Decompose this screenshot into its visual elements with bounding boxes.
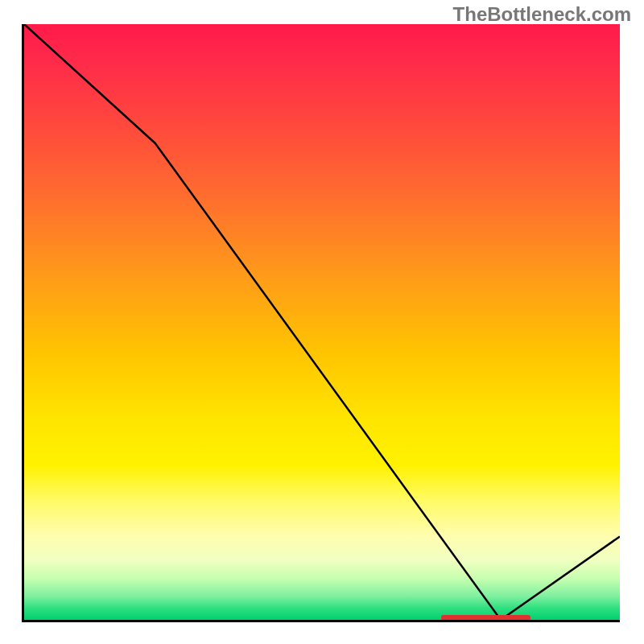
plot-area	[24, 24, 620, 620]
bottleneck-curve	[24, 24, 620, 620]
line-chart-svg	[24, 24, 620, 620]
y-axis	[22, 24, 24, 622]
watermark-text: TheBottleneck.com	[453, 3, 631, 26]
chart-container: TheBottleneck.com	[0, 0, 644, 644]
x-axis	[24, 620, 620, 622]
